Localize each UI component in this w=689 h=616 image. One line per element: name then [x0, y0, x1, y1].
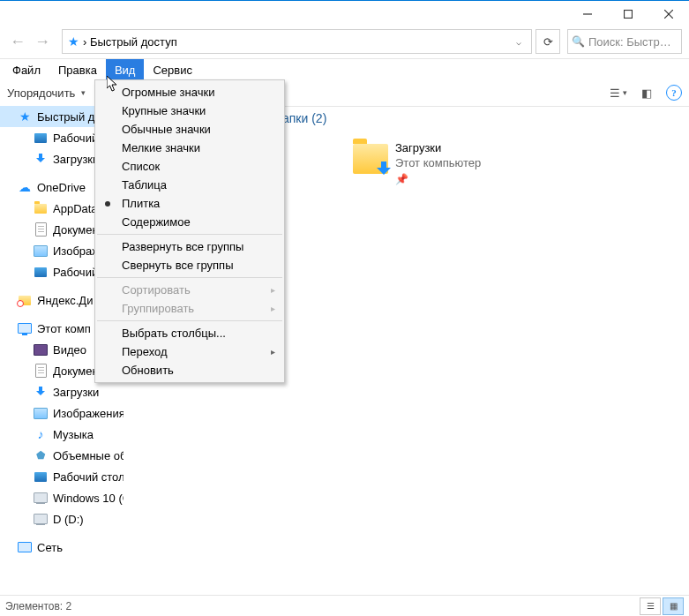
- view-dropdown-menu: Огромные значки Крупные значки Обычные з…: [94, 79, 285, 383]
- menu-expand-groups[interactable]: Развернуть все группы: [95, 237, 284, 256]
- cube-icon: ⬟: [34, 448, 48, 462]
- status-bar: Элементов: 2 ☰ ▦: [0, 595, 689, 616]
- svg-rect-1: [625, 11, 633, 19]
- tree-network[interactable]: Сеть: [0, 537, 124, 558]
- tree-downloads2[interactable]: Загрузки: [0, 381, 124, 402]
- menu-edit[interactable]: Правка: [49, 59, 106, 80]
- menu-list-view[interactable]: Список: [95, 157, 284, 176]
- bullet-icon: [105, 201, 110, 207]
- breadcrumb-root[interactable]: Быстрый доступ: [90, 35, 177, 49]
- menu-content-view[interactable]: Содержимое: [95, 213, 284, 231]
- breadcrumb[interactable]: ★ › Быстрый доступ ⌵: [62, 29, 532, 54]
- monitor-icon: [18, 321, 32, 335]
- folder-icon: [353, 144, 388, 174]
- organize-button[interactable]: Упорядочить ▾: [7, 86, 86, 100]
- tree-3d-objects[interactable]: ⬟Объемные объ: [0, 445, 124, 466]
- folder-location: Этот компьютер: [395, 156, 481, 171]
- tree-desktop3[interactable]: Рабочий стол: [0, 466, 124, 487]
- download-icon: [34, 385, 48, 399]
- search-placeholder: Поиск: Быстрый …: [588, 35, 678, 49]
- breadcrumb-chev: ›: [83, 35, 86, 49]
- menu-file[interactable]: Файл: [4, 59, 49, 80]
- title-bar: [0, 1, 689, 27]
- quick-access-icon: ★: [68, 34, 79, 49]
- desktop-icon: [34, 470, 48, 484]
- yandex-disk-icon: [18, 293, 32, 307]
- menu-sort: Сортировать▸: [95, 281, 284, 299]
- view-tiles-button[interactable]: ▦: [663, 597, 684, 615]
- menu-separator: [97, 320, 282, 321]
- refresh-button[interactable]: ⟳: [535, 29, 560, 54]
- chevron-right-icon: ▸: [271, 285, 275, 295]
- menu-huge-icons[interactable]: Огромные значки: [95, 83, 284, 101]
- layout-options-button[interactable]: ☰▾: [610, 84, 627, 101]
- download-icon: [34, 152, 48, 166]
- star-icon: ★: [18, 109, 32, 124]
- chevron-down-icon: ▾: [623, 88, 627, 97]
- folder-name: Загрузки: [395, 141, 481, 156]
- picture-icon: [34, 406, 48, 420]
- tree-drive-d[interactable]: D (D:): [0, 508, 124, 530]
- tree-music[interactable]: ♪Музыка: [0, 424, 124, 445]
- forward-button[interactable]: →: [32, 31, 53, 52]
- menu-bar: Файл Правка Вид Сервис: [0, 58, 689, 81]
- search-icon: 🔍: [572, 35, 585, 48]
- menu-table-view[interactable]: Таблица: [95, 176, 284, 194]
- address-bar-row: ← → ★ › Быстрый доступ ⌵ ⟳ 🔍 Поиск: Быст…: [0, 28, 689, 55]
- menu-large-icons[interactable]: Крупные значки: [95, 101, 284, 120]
- chevron-right-icon: ▸: [271, 304, 275, 313]
- close-button[interactable]: [648, 1, 689, 27]
- drive-icon: [34, 491, 48, 505]
- document-icon: [34, 222, 48, 237]
- drive-icon: [34, 512, 48, 526]
- menu-separator: [97, 234, 282, 235]
- folder-item-downloads[interactable]: Загрузки Этот компьютер 📌: [353, 141, 481, 186]
- desktop-icon: [34, 131, 48, 145]
- menu-group: Группировать▸: [95, 299, 284, 318]
- cloud-icon: ☁: [18, 180, 32, 194]
- folder-icon: [34, 201, 48, 215]
- menu-tools[interactable]: Сервис: [144, 59, 201, 80]
- search-input[interactable]: 🔍 Поиск: Быстрый …: [567, 29, 682, 54]
- organize-label: Упорядочить: [7, 86, 75, 100]
- pin-icon: 📌: [395, 173, 481, 187]
- document-icon: [34, 364, 48, 378]
- tree-pictures2[interactable]: Изображения: [0, 402, 124, 424]
- download-overlay-icon: [376, 162, 392, 177]
- menu-medium-icons[interactable]: Обычные значки: [95, 120, 284, 139]
- desktop-icon: [34, 265, 48, 279]
- menu-columns[interactable]: Выбрать столбцы...: [95, 324, 284, 342]
- picture-icon: [34, 244, 48, 258]
- tree-drive-c[interactable]: Windows 10 (C:): [0, 487, 124, 508]
- section-header[interactable]: апки (2): [282, 111, 326, 125]
- music-icon: ♪: [34, 427, 48, 441]
- back-button[interactable]: ←: [7, 31, 28, 52]
- status-item-count: Элементов: 2: [5, 600, 71, 612]
- chevron-right-icon: ▸: [271, 347, 275, 357]
- video-icon: [34, 342, 48, 357]
- menu-collapse-groups[interactable]: Свернуть все группы: [95, 256, 284, 274]
- menu-separator: [97, 277, 282, 278]
- view-details-button[interactable]: ☰: [640, 597, 661, 615]
- help-button[interactable]: ?: [666, 85, 682, 101]
- chevron-down-icon: ▾: [81, 88, 86, 97]
- refresh-icon: ⟳: [543, 35, 553, 49]
- menu-small-icons[interactable]: Мелкие значки: [95, 139, 284, 157]
- preview-pane-button[interactable]: ◧: [638, 84, 655, 101]
- menu-tiles-view[interactable]: Плитка: [95, 194, 284, 213]
- maximize-button[interactable]: [608, 1, 648, 27]
- breadcrumb-dropdown[interactable]: ⌵: [510, 30, 528, 53]
- network-icon: [18, 540, 32, 554]
- menu-goto[interactable]: Переход▸: [95, 342, 284, 361]
- minimize-button[interactable]: [567, 1, 608, 27]
- menu-refresh[interactable]: Обновить: [95, 361, 284, 379]
- menu-view[interactable]: Вид: [106, 59, 145, 80]
